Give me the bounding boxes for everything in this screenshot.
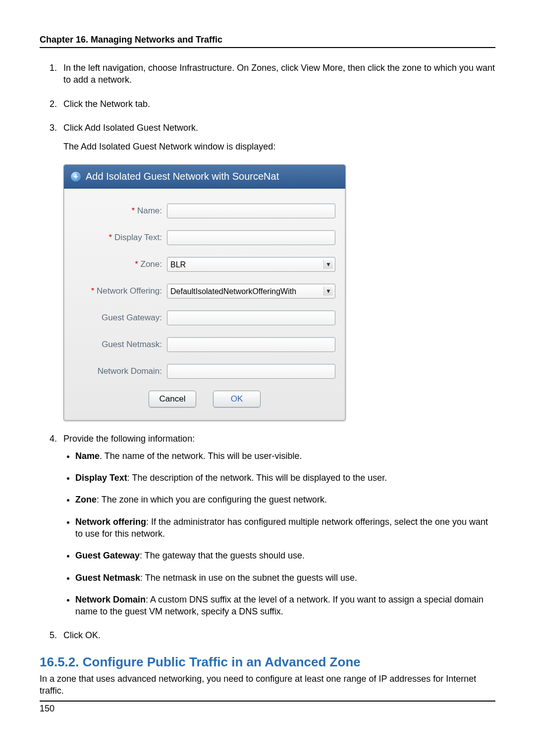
zone-value: BLR xyxy=(170,259,186,270)
page-number: 150 xyxy=(40,704,54,713)
network-offering-value: DefaultIsolatedNetworkOfferingWith xyxy=(170,286,296,297)
label-guest-gateway: Guest Gateway: xyxy=(74,312,167,324)
step-3-subtext: The Add Isolated Guest Network window is… xyxy=(63,141,495,152)
step-2: Click the Network tab. xyxy=(59,98,495,110)
row-name: * Name: xyxy=(74,203,335,218)
list-item: Display Text: The description of the net… xyxy=(75,472,495,484)
step-5: Click OK. xyxy=(59,629,495,641)
plus-icon: + xyxy=(71,172,81,182)
ok-button[interactable]: OK xyxy=(213,391,261,407)
list-item: Zone: The zone in which you are configur… xyxy=(75,494,495,505)
step-5-text: Click OK. xyxy=(63,630,101,640)
add-guest-network-dialog: + Add Isolated Guest Network with Source… xyxy=(63,164,346,421)
name-input[interactable] xyxy=(167,203,335,218)
label-display-text: * Display Text: xyxy=(74,232,167,244)
dialog-body: * Name: * Display Text: * Zone: BLR ▼ xyxy=(64,189,345,410)
list-item: Network Domain: A custom DNS suffix at t… xyxy=(75,594,495,618)
step-3: Click Add Isolated Guest Network. The Ad… xyxy=(59,122,495,421)
display-text-input[interactable] xyxy=(167,230,335,245)
label-network-offering: * Network Offering: xyxy=(74,286,167,297)
label-network-domain: Network Domain: xyxy=(74,366,167,377)
dialog-title: Add Isolated Guest Network with SourceNa… xyxy=(86,170,279,183)
label-guest-netmask: Guest Netmask: xyxy=(74,339,167,351)
step-2-text: Click the Network tab. xyxy=(63,99,150,109)
row-network-offering: * Network Offering: DefaultIsolatedNetwo… xyxy=(74,284,335,299)
cancel-button[interactable]: Cancel xyxy=(149,391,196,407)
chevron-down-icon: ▼ xyxy=(323,260,333,269)
row-network-domain: Network Domain: xyxy=(74,364,335,379)
step-1: In the left navigation, choose Infrastru… xyxy=(59,62,495,86)
label-name: * Name: xyxy=(74,205,167,217)
list-item: Name. The name of the network. This will… xyxy=(75,450,495,462)
section-text: In a zone that uses advanced networking,… xyxy=(40,673,495,697)
step-4: Provide the following information: Name.… xyxy=(59,433,495,617)
step-1-text: In the left navigation, choose Infrastru… xyxy=(63,63,495,85)
row-display-text: * Display Text: xyxy=(74,230,335,245)
zone-select[interactable]: BLR ▼ xyxy=(167,257,335,272)
section-heading: 16.5.2. Configure Public Traffic in an A… xyxy=(40,655,495,670)
row-guest-gateway: Guest Gateway: xyxy=(74,310,335,325)
network-offering-select[interactable]: DefaultIsolatedNetworkOfferingWith ▼ xyxy=(167,284,335,299)
chapter-header: Chapter 16. Managing Networks and Traffi… xyxy=(40,35,495,48)
guest-gateway-input[interactable] xyxy=(167,310,335,325)
row-zone: * Zone: BLR ▼ xyxy=(74,257,335,272)
page-footer: 150 xyxy=(40,701,495,714)
info-list: Name. The name of the network. This will… xyxy=(63,450,495,618)
step-3-text: Click Add Isolated Guest Network. xyxy=(63,123,198,133)
row-guest-netmask: Guest Netmask: xyxy=(74,337,335,352)
list-item: Network offering: If the administrator h… xyxy=(75,516,495,540)
steps-list: In the left navigation, choose Infrastru… xyxy=(40,62,495,642)
list-item: Guest Gateway: The gateway that the gues… xyxy=(75,550,495,561)
list-item: Guest Netmask: The netmask in use on the… xyxy=(75,572,495,584)
chevron-down-icon: ▼ xyxy=(323,287,333,296)
label-zone: * Zone: xyxy=(74,259,167,270)
dialog-titlebar: + Add Isolated Guest Network with Source… xyxy=(64,165,345,189)
step-4-text: Provide the following information: xyxy=(63,434,195,444)
network-domain-input[interactable] xyxy=(167,364,335,379)
guest-netmask-input[interactable] xyxy=(167,337,335,352)
dialog-buttons: Cancel OK xyxy=(74,391,335,407)
